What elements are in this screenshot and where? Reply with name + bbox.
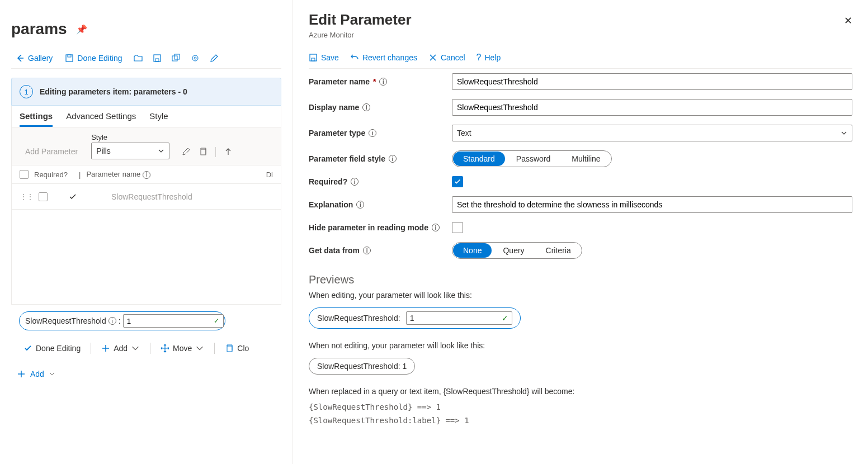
explanation-input[interactable] <box>452 196 852 213</box>
save-icon <box>65 54 74 63</box>
edit-icon[interactable] <box>182 147 191 156</box>
field-style-group: Standard Password Multiline <box>452 150 612 167</box>
valid-check-icon: ✓ <box>502 314 508 323</box>
open-icon[interactable] <box>130 51 146 65</box>
row-checkbox[interactable] <box>39 192 48 201</box>
move-footer-button[interactable]: Move <box>156 342 209 355</box>
style-opt-multiline[interactable]: Multiline <box>562 151 610 166</box>
param-type-select[interactable]: Text <box>452 125 852 141</box>
info-icon[interactable]: i <box>432 224 440 231</box>
style-select[interactable]: Pills <box>91 143 169 159</box>
disk-icon[interactable] <box>149 51 165 65</box>
getdata-opt-none[interactable]: None <box>453 243 492 258</box>
copy-icon[interactable] <box>199 147 207 156</box>
chevron-down-icon <box>49 371 55 377</box>
close-icon <box>428 53 437 62</box>
help-button[interactable]: ? Help <box>477 53 501 63</box>
svg-rect-10 <box>310 54 317 61</box>
step-title: Editing parameters item: parameters - 0 <box>40 87 187 96</box>
add-footer-button[interactable]: Add <box>97 342 144 355</box>
col-separator: | <box>79 171 81 179</box>
settings-gear-icon[interactable] <box>187 51 203 65</box>
preview-pill-input[interactable]: 1 ✓ <box>406 311 512 325</box>
select-all-checkbox[interactable] <box>20 170 29 179</box>
close-icon[interactable]: ✕ <box>844 15 852 27</box>
chevron-down-icon <box>195 344 204 353</box>
required-checkbox[interactable] <box>452 176 463 187</box>
add-parameter-button[interactable]: Add Parameter <box>20 144 83 159</box>
getdata-opt-criteria[interactable]: Criteria <box>536 243 581 258</box>
arrow-up-icon[interactable] <box>224 147 233 156</box>
style-label: Style <box>91 133 169 141</box>
tab-advanced-settings[interactable]: Advanced Settings <box>66 111 136 127</box>
info-icon[interactable]: i <box>363 247 371 254</box>
panel-title: Edit Parameter <box>309 11 852 29</box>
done-editing-button[interactable]: Done Editing <box>60 51 126 65</box>
save-button[interactable]: Save <box>309 53 339 63</box>
pin-icon[interactable]: 📌 <box>76 24 87 35</box>
svg-rect-9 <box>227 346 232 352</box>
param-name-input[interactable] <box>452 73 852 90</box>
tabs: Settings Advanced Settings Style <box>11 106 281 127</box>
save-icon <box>309 53 318 62</box>
clone-footer-button[interactable]: Clo <box>220 342 253 355</box>
info-icon[interactable]: i <box>143 171 150 179</box>
column-param-name: Parameter name <box>86 170 140 178</box>
label-hide-param: Hide parameter in reading mode <box>309 223 428 232</box>
panel-subtitle: Azure Monitor <box>309 31 852 39</box>
info-icon[interactable]: i <box>351 178 358 186</box>
info-icon[interactable]: i <box>356 201 364 209</box>
code-line-2: {SlowRequestThreshold:label} ==> 1 <box>309 414 852 427</box>
preview-static-pill: SlowRequestThreshold: 1 <box>309 358 415 375</box>
revert-button[interactable]: Revert changes <box>350 53 417 63</box>
valid-check-icon: ✓ <box>214 317 219 325</box>
label-required: Required? <box>309 177 347 186</box>
column-display: Di <box>266 171 273 179</box>
style-opt-password[interactable]: Password <box>506 151 560 166</box>
row-param-name: SlowRequestThreshold <box>111 192 192 201</box>
check-icon <box>23 344 32 353</box>
preview-editing-text: When editing, your parameter will look l… <box>309 291 852 300</box>
table-row[interactable]: ⋮⋮ SlowRequestThreshold <box>11 184 281 210</box>
info-icon[interactable]: i <box>362 103 370 111</box>
add-bottom-button[interactable]: Add <box>11 361 281 378</box>
getdata-opt-query[interactable]: Query <box>493 243 534 258</box>
label-field-style: Parameter field style <box>309 154 385 163</box>
preview-editing-pill: SlowRequestThreshold: 1 ✓ <box>309 307 521 329</box>
label-display-name: Display name <box>309 103 359 112</box>
toolbar: Gallery Done Editing <box>11 48 281 69</box>
label-explanation: Explanation <box>309 200 353 209</box>
disks-icon[interactable] <box>168 51 184 65</box>
style-opt-standard[interactable]: Standard <box>453 151 505 166</box>
preview-notediting-text: When not editing, your parameter will lo… <box>309 341 852 350</box>
svg-rect-2 <box>154 55 161 61</box>
gallery-button[interactable]: Gallery <box>11 51 57 65</box>
cancel-button[interactable]: Cancel <box>428 53 465 63</box>
svg-point-7 <box>194 57 196 59</box>
copy-icon <box>225 344 234 353</box>
tab-settings[interactable]: Settings <box>20 111 53 127</box>
chevron-down-icon <box>158 148 164 154</box>
svg-point-6 <box>192 55 198 61</box>
info-icon[interactable]: i <box>108 317 116 325</box>
parameter-pill[interactable]: SlowRequestThreshold i : ✓ <box>19 311 225 330</box>
label-get-data: Get data from <box>309 246 360 255</box>
hide-param-checkbox[interactable] <box>452 222 463 233</box>
preview-pill-label: SlowRequestThreshold: <box>317 314 400 323</box>
preview-replace-text: When replaced in a query or text item, {… <box>309 387 852 396</box>
svg-rect-8 <box>201 149 206 155</box>
svg-rect-11 <box>312 58 315 61</box>
done-editing-footer-button[interactable]: Done Editing <box>19 342 85 355</box>
arrow-left-icon <box>16 54 25 63</box>
pill-label: SlowRequestThreshold <box>25 316 106 325</box>
pill-value-input[interactable] <box>123 314 224 328</box>
tab-style[interactable]: Style <box>149 111 168 127</box>
info-icon[interactable]: i <box>389 155 397 163</box>
info-icon[interactable]: i <box>379 78 387 86</box>
page-title: params <box>11 20 67 38</box>
pencil-icon[interactable] <box>206 51 222 65</box>
required-checkmark-icon <box>53 192 92 201</box>
drag-handle-icon[interactable]: ⋮⋮ <box>20 192 33 201</box>
info-icon[interactable]: i <box>369 129 376 137</box>
display-name-input[interactable] <box>452 99 852 116</box>
